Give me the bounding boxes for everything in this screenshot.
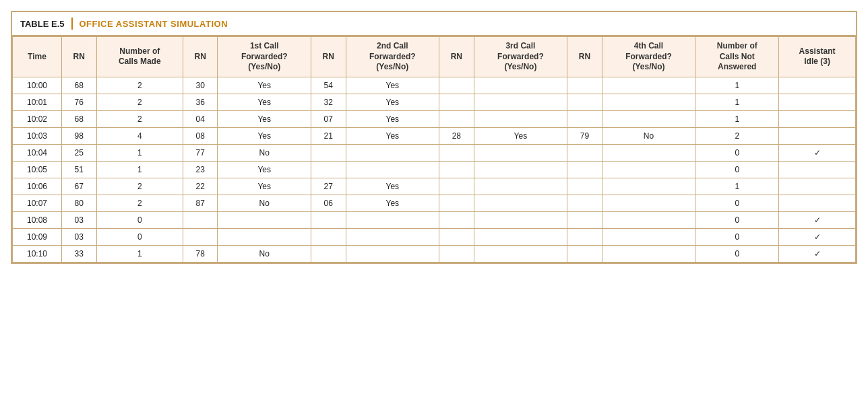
table-row: 10:0780287No06Yes0 (13, 195, 856, 211)
table-row: 10:0268204Yes07Yes1 (13, 110, 856, 127)
table-cell: 10:02 (13, 110, 62, 127)
table-cell (474, 211, 567, 228)
table-cell: 33 (62, 245, 96, 262)
table-cell (779, 94, 856, 110)
table-cell: 04 (183, 110, 217, 127)
table-cell: Yes (346, 94, 439, 110)
table-cell (311, 245, 346, 262)
table-cell: Yes (474, 127, 567, 144)
table-cell (567, 211, 602, 228)
table-row: 10:0551123Yes0 (13, 161, 856, 178)
table-cell: 1 (96, 144, 183, 161)
table-cell: Yes (346, 110, 439, 127)
table-cell (439, 94, 474, 110)
table-cell (779, 195, 856, 211)
table-cell (439, 245, 474, 262)
table-cell (346, 161, 439, 178)
table-cell (439, 228, 474, 245)
col-header-rn4: RN (439, 37, 474, 77)
table-cell (474, 110, 567, 127)
table-cell (311, 161, 346, 178)
table-cell: 10:01 (13, 94, 62, 110)
table-cell: 2 (96, 77, 183, 94)
table-cell: 77 (183, 144, 217, 161)
table-cell (439, 77, 474, 94)
table-cell (567, 178, 602, 195)
table-cell: 28 (439, 127, 474, 144)
table-cell (567, 195, 602, 211)
table-cell: 30 (183, 77, 217, 94)
table-title: OFFICE ASSISTANT SIMULATION (80, 19, 228, 29)
table-cell: 03 (62, 211, 96, 228)
table-cell (183, 228, 217, 245)
table-cell (346, 228, 439, 245)
col-header-fwd4: 4th CallForwarded?(Yes/No) (602, 37, 695, 77)
table-cell (474, 228, 567, 245)
table-cell (474, 195, 567, 211)
table-cell: 78 (183, 245, 217, 262)
table-cell: Yes (346, 77, 439, 94)
table-cell (567, 161, 602, 178)
table-cell (779, 127, 856, 144)
col-header-rn1: RN (62, 37, 96, 77)
table-cell: Yes (218, 161, 311, 178)
table-cell (218, 211, 311, 228)
table-cell: Yes (218, 94, 311, 110)
table-cell (346, 144, 439, 161)
table-cell: 32 (311, 94, 346, 110)
table-cell (311, 144, 346, 161)
table-cell: Yes (346, 195, 439, 211)
table-cell: Yes (346, 178, 439, 195)
table-cell: 98 (62, 127, 96, 144)
table-cell: 10:04 (13, 144, 62, 161)
table-cell: Yes (218, 110, 311, 127)
table-cell: 68 (62, 110, 96, 127)
table-cell (567, 94, 602, 110)
table-title-row: TABLE E.5 OFFICE ASSISTANT SIMULATION (12, 12, 856, 36)
table-cell (567, 245, 602, 262)
table-cell: 2 (96, 110, 183, 127)
header-row: TimeRNNumber ofCalls MadeRN1st CallForwa… (13, 37, 856, 77)
table-cell (474, 77, 567, 94)
table-cell: 0 (695, 161, 779, 178)
table-cell (474, 94, 567, 110)
table-cell: 2 (695, 127, 779, 144)
table-cell (439, 144, 474, 161)
table-cell: 23 (183, 161, 217, 178)
table-cell: 1 (695, 110, 779, 127)
table-cell: 80 (62, 195, 96, 211)
table-cell (346, 211, 439, 228)
col-header-rn3: RN (311, 37, 346, 77)
table-cell: ✓ (779, 144, 856, 161)
col-header-calls-made: Number ofCalls Made (96, 37, 183, 77)
table-cell (602, 245, 695, 262)
table-cell: No (602, 127, 695, 144)
table-cell: 03 (62, 228, 96, 245)
table-cell: 51 (62, 161, 96, 178)
table-row: 10:0398408Yes21Yes28Yes79No2 (13, 127, 856, 144)
table-cell: Yes (346, 127, 439, 144)
table-cell: ✓ (779, 228, 856, 245)
table-cell: 07 (311, 110, 346, 127)
table-cell (183, 211, 217, 228)
table-cell (602, 161, 695, 178)
table-cell: 10:09 (13, 228, 62, 245)
table-cell (474, 161, 567, 178)
table-row: 10:0667222Yes27Yes1 (13, 178, 856, 195)
table-cell: 10:00 (13, 77, 62, 94)
table-row: 10:0176236Yes32Yes1 (13, 94, 856, 110)
table-cell: 22 (183, 178, 217, 195)
table-cell: 25 (62, 144, 96, 161)
table-cell (439, 110, 474, 127)
table-cell: 0 (695, 228, 779, 245)
table-cell (602, 178, 695, 195)
table-cell: 76 (62, 94, 96, 110)
table-cell (218, 228, 311, 245)
table-cell: ✓ (779, 211, 856, 228)
col-header-rn5: RN (567, 37, 602, 77)
col-header-time: Time (13, 37, 62, 77)
table-cell: 10:05 (13, 161, 62, 178)
table-cell: 1 (695, 77, 779, 94)
table-cell: 10:03 (13, 127, 62, 144)
table-cell (602, 110, 695, 127)
